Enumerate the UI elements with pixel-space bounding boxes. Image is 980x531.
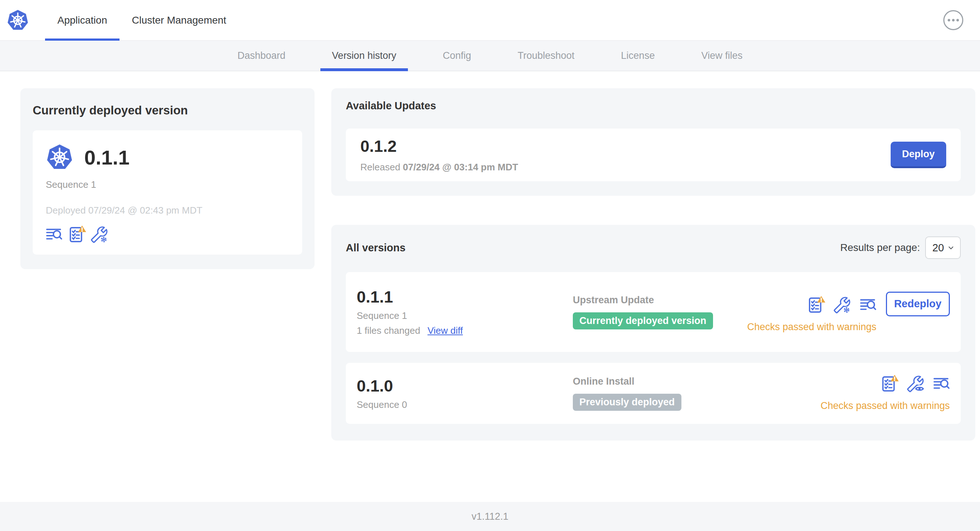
currently-deployed-title: Currently deployed version: [33, 103, 302, 117]
preflight-checks-warning-icon[interactable]: [807, 297, 824, 313]
deploy-logs-icon[interactable]: [933, 375, 950, 392]
current-version-number: 0.1.1: [84, 146, 130, 169]
main-content: Currently deployed version 0.1.1 Sequenc…: [0, 71, 980, 502]
row-source-label: Online Install: [573, 376, 747, 387]
deploy-logs-icon[interactable]: [860, 297, 877, 313]
all-versions-title: All versions: [346, 242, 406, 254]
tab-application[interactable]: Application: [45, 0, 119, 41]
kubernetes-logo: [6, 9, 29, 32]
subnav-tab-troubleshoot[interactable]: Troubleshoot: [506, 41, 586, 71]
deploy-button[interactable]: Deploy: [891, 141, 946, 168]
app-footer: v1.112.1: [0, 502, 980, 531]
currently-deployed-card: Currently deployed version 0.1.1 Sequenc…: [20, 88, 315, 269]
row-files-changed: 1 files changed: [357, 325, 420, 336]
all-versions-card: All versions Results per page: 20 0.1.1 …: [331, 225, 975, 440]
subnav-tab-license[interactable]: License: [609, 41, 667, 71]
update-version-number: 0.1.2: [360, 137, 518, 156]
row-source-label: Upstream Update: [573, 294, 747, 306]
status-badge-previously-deployed: Previously deployed: [573, 394, 681, 411]
edit-config-icon[interactable]: [834, 297, 850, 313]
tab-cluster-management[interactable]: Cluster Management: [119, 0, 239, 41]
chevron-down-icon: [946, 243, 956, 253]
currently-deployed-version-panel: 0.1.1 Sequence 1 Deployed 07/29/24 @ 02:…: [33, 130, 302, 254]
subnav-tab-version-history[interactable]: Version history: [320, 41, 408, 71]
deploy-logs-icon[interactable]: [46, 226, 62, 243]
preflight-checks-warning-icon[interactable]: [881, 375, 897, 392]
row-version-number: 0.1.0: [357, 377, 573, 396]
tab-application-label: Application: [57, 14, 107, 26]
checks-status-text: Checks passed with warnings: [747, 321, 877, 333]
update-released-date: Released 07/29/24 @ 03:14 pm MDT: [360, 162, 518, 173]
view-diff-link[interactable]: View diff: [428, 325, 463, 336]
version-row-0-1-1: 0.1.1 Sequence 1 1 files changed View di…: [346, 272, 961, 352]
current-version-deployed-date: Deployed 07/29/24 @ 02:43 pm MDT: [46, 205, 289, 216]
row-sequence: Sequence 1: [357, 310, 573, 321]
subnav-tab-view-files[interactable]: View files: [690, 41, 754, 71]
current-version-sequence: Sequence 1: [46, 179, 289, 190]
subnav-tab-dashboard[interactable]: Dashboard: [226, 41, 297, 71]
available-update-row: 0.1.2 Released 07/29/24 @ 03:14 pm MDT D…: [346, 129, 961, 181]
tab-cluster-management-label: Cluster Management: [132, 14, 226, 26]
view-config-icon[interactable]: [907, 375, 924, 392]
console-version: v1.112.1: [471, 511, 509, 522]
row-sequence: Sequence 0: [357, 399, 573, 410]
app-subnav: Dashboard Version history Config Trouble…: [0, 41, 980, 71]
available-updates-card: Available Updates 0.1.2 Released 07/29/2…: [331, 88, 975, 196]
preflight-checks-warning-icon[interactable]: [68, 226, 85, 243]
available-updates-title: Available Updates: [346, 100, 961, 112]
status-badge-currently-deployed: Currently deployed version: [573, 312, 713, 329]
results-per-page-select[interactable]: 20: [925, 237, 961, 259]
ellipsis-menu-icon[interactable]: [943, 10, 963, 30]
row-version-number: 0.1.1: [357, 288, 573, 307]
results-per-page-label: Results per page:: [840, 242, 920, 253]
kubernetes-app-icon: [46, 143, 73, 171]
edit-config-icon[interactable]: [91, 226, 108, 243]
subnav-tab-config[interactable]: Config: [431, 41, 483, 71]
checks-status-text: Checks passed with warnings: [821, 400, 950, 412]
top-header: Application Cluster Management: [0, 0, 980, 41]
redeploy-button[interactable]: Redeploy: [886, 292, 950, 316]
version-row-0-1-0: 0.1.0 Sequence 0 Online Install Previous…: [346, 363, 961, 424]
